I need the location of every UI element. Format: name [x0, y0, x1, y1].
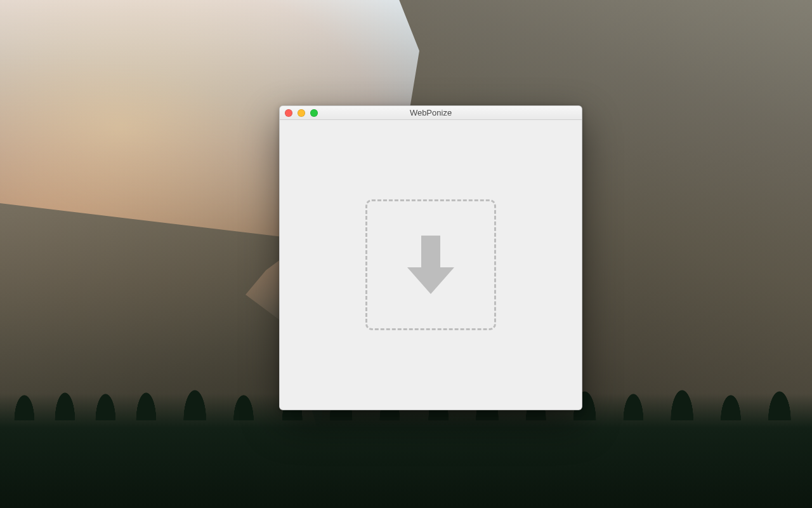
wallpaper-trees	[0, 394, 812, 508]
window-close-button[interactable]	[285, 109, 292, 117]
window-minimize-button[interactable]	[298, 109, 305, 117]
arrow-down-icon	[406, 234, 455, 295]
file-dropzone[interactable]	[365, 199, 496, 330]
app-window[interactable]: WebPonize	[279, 105, 582, 410]
window-title: WebPonize	[280, 106, 582, 120]
window-content	[280, 120, 582, 410]
window-zoom-button[interactable]	[310, 109, 318, 117]
window-traffic-lights	[280, 106, 318, 119]
desktop-wallpaper: WebPonize	[0, 0, 812, 508]
window-titlebar[interactable]: WebPonize	[280, 106, 582, 120]
